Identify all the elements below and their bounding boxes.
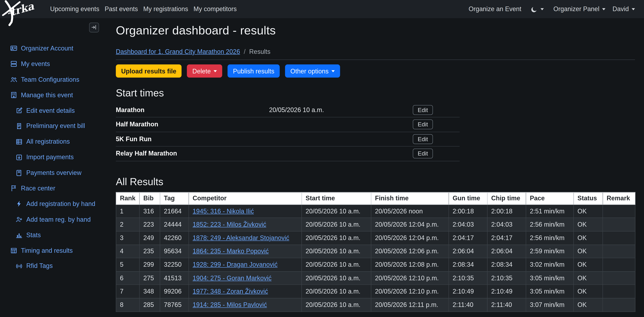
cell-competitor: 1914: 285 - Milos Pavlović (189, 298, 302, 312)
column-header-competitor: Competitor (189, 192, 302, 205)
nav-item-upcoming-events[interactable]: Upcoming events (50, 5, 99, 13)
people-icon (10, 76, 17, 83)
collapse-sidebar-icon (90, 24, 98, 31)
cell-start: 20/05/2026 10 a.m. (302, 231, 371, 245)
race-name: 5K Fun Run (116, 135, 206, 143)
nav-item-my-registrations[interactable]: My registrations (143, 5, 188, 13)
edit-start-time-button[interactable]: Edit (413, 134, 433, 144)
cell-competitor: 1852: 223 - Milos Živković (189, 218, 302, 231)
cell-finish: 20/05/2026 noon (371, 205, 449, 218)
sidebar-item-timing-and-results[interactable]: Timing and results (0, 243, 110, 258)
column-header-tag: Tag (160, 192, 189, 205)
cell-remark (603, 245, 635, 258)
moon-icon (531, 5, 538, 12)
competitor-link[interactable]: 1852: 223 - Milos Živković (193, 221, 266, 228)
chevron-down-icon (632, 8, 635, 10)
edit-start-time-button[interactable]: Edit (413, 119, 433, 129)
edit-start-time-button[interactable]: Edit (413, 149, 433, 159)
cell-bib: 285 (139, 298, 160, 312)
cell-competitor: 1864: 235 - Marko Popović (189, 245, 302, 258)
column-header-remark: Remark (603, 192, 635, 205)
cell-finish: 20/05/2026 12:11 p.m. (371, 298, 449, 312)
sidebar-item-label: Manage this event (21, 91, 73, 99)
competitor-link[interactable]: 1864: 235 - Marko Popović (193, 248, 269, 255)
sidebar-item-label: Rfid Tags (26, 263, 53, 270)
race-name: Marathon (116, 106, 206, 113)
user-menu[interactable]: David (612, 5, 635, 13)
sidebar-item-preliminary-event-bill[interactable]: Preliminary event bill (0, 118, 110, 134)
sidebar-item-payments-overview[interactable]: Payments overview (0, 165, 110, 181)
sidebar-item-all-registrations[interactable]: All registrations (0, 134, 110, 149)
page-title: Organizer dashboard - results (116, 24, 635, 37)
cell-bib: 348 (139, 285, 160, 298)
organizer-panel-menu[interactable]: Organizer Panel (554, 5, 606, 13)
other-options-label: Other options (290, 67, 328, 75)
cell-status: OK (574, 218, 603, 231)
grid-table-icon (10, 247, 17, 254)
edit-start-time-button[interactable]: Edit (413, 105, 433, 115)
start-time-row: Half MarathonEdit (116, 117, 460, 132)
sidebar-item-add-team-reg-by-hand[interactable]: Add team reg. by hand (0, 212, 110, 227)
cell-start: 20/05/2026 10 a.m. (302, 272, 371, 285)
sidebar-item-edit-event-details[interactable]: Edit event details (0, 103, 110, 118)
sidebar-item-import-payments[interactable]: Import payments (0, 149, 110, 165)
cell-gun: 2:06:04 (449, 245, 487, 258)
sidebar-item-rfid-tags[interactable]: Rfid Tags (0, 258, 110, 274)
receipt-icon (16, 123, 22, 130)
cell-tag: 95634 (160, 245, 189, 258)
brand-logo[interactable]: 2 trka (1, 0, 46, 26)
upload-results-button[interactable]: Upload results file (116, 64, 182, 78)
sidebar-item-race-center[interactable]: Race center (0, 181, 110, 196)
table-row: 4235956341864: 235 - Marko Popović20/05/… (116, 245, 635, 258)
sidebar-item-label: Payments overview (26, 169, 82, 177)
top-navbar: Upcoming eventsPast eventsMy registratio… (0, 0, 644, 18)
cell-pace: 2:56 min/km (526, 231, 574, 245)
delete-button[interactable]: Delete (187, 64, 222, 78)
cell-rank: 6 (116, 272, 140, 285)
theme-toggle-button[interactable] (528, 5, 546, 13)
other-options-button[interactable]: Other options (285, 64, 340, 78)
cell-rank: 8 (116, 298, 140, 312)
organize-event-link[interactable]: Organize an Event (468, 5, 522, 13)
cell-remark (603, 298, 635, 312)
table-row: 5299322501928: 299 - Dragan Jovanović20/… (116, 258, 635, 272)
cell-bib: 235 (139, 245, 160, 258)
cell-gun: 2:10:35 (449, 272, 487, 285)
nav-item-my-competitors[interactable]: My competitors (194, 5, 237, 13)
sidebar-collapse-button[interactable] (89, 22, 99, 32)
cell-start: 20/05/2026 10 a.m. (302, 218, 371, 231)
sidebar-item-organizer-account[interactable]: Organizer Account (0, 41, 110, 56)
sidebar-item-label: Stats (26, 231, 41, 239)
sidebar-item-stats[interactable]: Stats (0, 227, 110, 243)
publish-results-button[interactable]: Publish results (228, 64, 280, 78)
competitor-link[interactable]: 1977: 348 - Zoran Živković (193, 288, 268, 295)
competitor-link[interactable]: 1945: 316 - Nikola Ilić (193, 208, 254, 215)
competitor-link[interactable]: 1878: 249 - Aleksandar Stojanović (193, 234, 289, 241)
cell-bib: 299 (139, 258, 160, 272)
sidebar-item-manage-this-event[interactable]: Manage this event (0, 87, 110, 103)
cell-status: OK (574, 205, 603, 218)
sidebar-item-add-registration-by-hand[interactable]: Add registration by hand (0, 196, 110, 212)
breadcrumb-dashboard-link[interactable]: Dashboard for 1. Grand City Marathon 202… (116, 48, 240, 55)
sidebar-item-my-events[interactable]: My events (0, 56, 110, 72)
sidebar-item-label: Race center (21, 185, 55, 192)
id-card-icon (10, 45, 17, 52)
cell-chip: 2:08:34 (487, 258, 526, 272)
cell-finish: 20/05/2026 12:10 p.m. (371, 272, 449, 285)
nav-item-past-events[interactable]: Past events (104, 5, 138, 13)
navbar-left: Upcoming eventsPast eventsMy registratio… (50, 5, 237, 13)
cell-start: 20/05/2026 10 a.m. (302, 258, 371, 272)
cell-pace: 3:07 min/km (526, 298, 574, 312)
breadcrumb-separator: / (244, 48, 246, 55)
cell-tag: 99206 (160, 285, 189, 298)
race-name: Half Marathon (116, 121, 206, 128)
cell-finish: 20/05/2026 12:08 p.m. (371, 258, 449, 272)
cell-competitor: 1904: 275 - Goran Marković (189, 272, 302, 285)
cell-finish: 20/05/2026 12:04 p.m. (371, 218, 449, 231)
competitor-link[interactable]: 1914: 285 - Milos Pavlović (193, 301, 267, 308)
table-row: 3249422601878: 249 - Aleksandar Stojanov… (116, 231, 635, 245)
competitor-link[interactable]: 1904: 275 - Goran Marković (193, 274, 272, 281)
sidebar-item-team-configurations[interactable]: Team Configurations (0, 72, 110, 87)
competitor-link[interactable]: 1928: 299 - Dragan Jovanović (193, 261, 278, 268)
sidebar-item-label: Edit event details (26, 107, 75, 114)
